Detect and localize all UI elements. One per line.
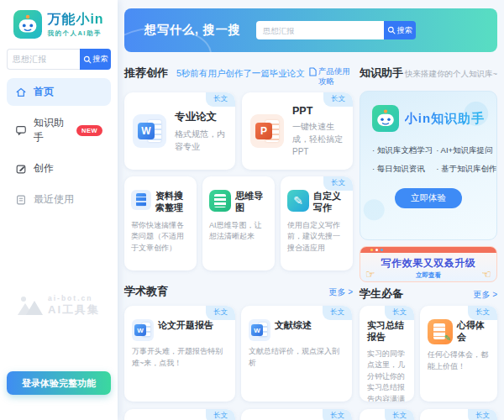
- doc-search-icon: [131, 190, 151, 210]
- card-professional-paper[interactable]: 长文 W 专业论文 格式规范，内容专业: [124, 92, 235, 170]
- long-form-badge: 长文: [323, 92, 353, 107]
- academic-more-link[interactable]: 更多 >: [328, 286, 353, 298]
- banner-search-button[interactable]: 搜索: [384, 21, 416, 39]
- card-title: 论文开题报告: [158, 319, 213, 331]
- recommend-title: 推荐创作: [124, 66, 168, 81]
- app-subtitle: 我的个人AI助手: [47, 29, 103, 38]
- watermark-logo-icon: [18, 297, 43, 315]
- knowledge-section-title: 知识助手: [360, 66, 403, 81]
- card-title: 实习总结报告: [367, 319, 407, 344]
- card-title: 心得体会: [457, 319, 490, 344]
- knowledge-column: 知识助手 快来搭建你的个人知识库~: [360, 66, 497, 420]
- sidebar-search-label: 搜索: [93, 54, 108, 65]
- card-desc: 任何心得体会，都能上价值！: [428, 349, 490, 372]
- long-form-badge: 长文: [323, 306, 352, 320]
- long-form-badge: 长文: [468, 409, 497, 420]
- long-form-badge: 长文: [323, 409, 352, 420]
- app-title: 万能小in: [47, 11, 103, 29]
- long-form-badge: 长文: [206, 92, 235, 107]
- card-desc: 帮你快速搞懂各类问题（不适用于文章创作）: [131, 220, 190, 255]
- ppt-icon: P: [250, 114, 284, 148]
- card-reflections[interactable]: 长文 ✎ 心得体会 任何心得体会，都能上价值！: [420, 306, 497, 402]
- card-literature-review[interactable]: 长文 W 文献综述 文献总结评价，观点深入剖析: [241, 306, 352, 402]
- sidebar: 万能小in 我的个人AI助手 搜索 首页: [0, 0, 118, 420]
- long-form-badge: 长文: [323, 176, 353, 191]
- sidebar-item-label: 首页: [34, 85, 54, 99]
- card-desc: AI思维导图，让想法清晰起来: [209, 220, 268, 243]
- sidebar-item-create[interactable]: 创作: [7, 155, 111, 182]
- card-desc: 万事开头难，开题报告特别难~来，点我！: [132, 346, 228, 369]
- promo-subtitle: 立即查看: [360, 271, 496, 280]
- promo-title: 写作效果又双叒升级: [360, 256, 496, 270]
- knowledge-feature: · 基于知识库创作: [436, 164, 496, 175]
- sidebar-item-label: 知识助手: [34, 116, 70, 144]
- card-material-search[interactable]: 资料搜索整理 帮你快速搞懂各类问题（不适用于文章创作）: [124, 176, 197, 270]
- card-title: 专业论文: [175, 110, 227, 124]
- card-partial[interactable]: 长文: [360, 409, 414, 420]
- card-desc: 实习的同学点这里，几分钟让你的实习总结报告内容满满: [367, 349, 407, 402]
- card-mindmap[interactable]: 思维导图 AI思维导图，让想法清晰起来: [202, 176, 275, 270]
- sidebar-item-label: 最近使用: [34, 192, 74, 207]
- activity-ticker: 5秒前有用户创作了一篇毕业论文: [176, 68, 305, 80]
- app-window: 万能小in 我的个人AI助手 搜索 首页: [0, 0, 504, 420]
- banner-search-input[interactable]: [256, 21, 384, 39]
- banner-title: 想写什么, 搜一搜: [144, 23, 241, 38]
- guide-doc-icon: [309, 67, 317, 76]
- sidebar-item-home[interactable]: 首页: [7, 78, 111, 106]
- knowledge-feature: · AI+知识库提问: [436, 145, 496, 156]
- watermark-line2: AI工具集: [48, 302, 100, 318]
- long-form-badge: 长文: [206, 306, 235, 320]
- card-title: 思维导图: [235, 190, 268, 214]
- main-area: 想写什么, 搜一搜 搜索 推荐创作 5秒前有用户创作了一篇毕业论文: [118, 0, 504, 420]
- card-thesis-proposal[interactable]: 长文 W 论文开题报告 万事开头难，开题报告特别难~来，点我！: [124, 306, 235, 402]
- sidebar-item-knowledge[interactable]: 知识助手 NEW: [7, 109, 111, 151]
- card-partial[interactable]: 长文: [124, 409, 235, 420]
- word-doc-icon: W: [249, 319, 270, 341]
- card-ppt[interactable]: 长文 P PPT 一键快速生成，轻松搞定PPT: [242, 92, 353, 170]
- chat-icon: [15, 124, 27, 136]
- pointing-hand-icon: ☜: [481, 268, 491, 281]
- card-internship-report[interactable]: 长文 实习总结报告 实习的同学点这里，几分钟让你的实习总结报告内容满满: [360, 306, 414, 402]
- app-logo: 万能小in 我的个人AI助手: [7, 7, 111, 45]
- card-title: 自定义写作: [313, 190, 346, 214]
- card-desc: 文献总结评价，观点深入剖析: [249, 346, 344, 369]
- card-partial[interactable]: 长文: [420, 409, 497, 420]
- home-icon: [15, 87, 27, 98]
- pencil-icon: ✎: [287, 190, 309, 212]
- robot-logo-icon: [372, 105, 399, 132]
- student-more-link[interactable]: 更多 >: [473, 289, 497, 301]
- sidebar-item-label: 创作: [34, 161, 54, 176]
- academic-section-title: 学术教育: [124, 284, 168, 299]
- hero-banner: 想写什么, 搜一搜 搜索: [124, 8, 497, 52]
- watermark-line1: ai-bot.cn: [48, 294, 100, 302]
- banner-search-label: 搜索: [397, 25, 412, 36]
- sidebar-search-button[interactable]: 搜索: [80, 49, 111, 70]
- note-pen-icon: ✎: [428, 319, 453, 344]
- card-title: 文献综述: [275, 319, 312, 331]
- promo-decoration: [375, 249, 378, 251]
- knowledge-assistant-card[interactable]: 小in知识助手 · 知识库文档学习 · AI+知识库提问 · 每日知识资讯 · …: [360, 91, 497, 240]
- recommend-column: 推荐创作 5秒前有用户创作了一篇毕业论文 产品使用攻略 长文 W: [124, 66, 353, 420]
- long-form-badge: 长文: [206, 409, 235, 420]
- login-button[interactable]: 登录体验完整功能: [7, 371, 111, 395]
- product-guide-link[interactable]: 产品使用攻略: [309, 66, 353, 87]
- robot-logo-icon: [13, 10, 42, 39]
- card-desc: 一键快速生成，轻松搞定PPT: [292, 120, 344, 158]
- card-desc: 使用自定义写作前，建议先搜一搜合适应用: [287, 220, 346, 255]
- new-badge: NEW: [76, 125, 102, 136]
- promo-banner[interactable]: 写作效果又双叒升级 立即查看 ☞ ☜: [360, 246, 497, 282]
- search-icon: [387, 26, 396, 34]
- card-partial[interactable]: 长文: [241, 409, 352, 420]
- word-doc-icon: W: [132, 319, 154, 341]
- sidebar-search-input[interactable]: [7, 49, 80, 70]
- card-custom-writing[interactable]: 长文 ✎ 自定义写作 使用自定义写作前，建议先搜一搜合适应用: [281, 176, 353, 270]
- mindmap-icon: [209, 190, 231, 212]
- long-form-badge: 长文: [385, 306, 414, 320]
- try-now-button[interactable]: 立即体验: [395, 188, 462, 208]
- pointing-hand-icon: ☞: [365, 268, 375, 281]
- word-doc-icon: W: [133, 114, 166, 148]
- edit-icon: [15, 163, 27, 175]
- card-desc: 格式规范，内容专业: [175, 128, 227, 153]
- sidebar-item-recent[interactable]: 最近使用: [7, 186, 111, 213]
- sidebar-menu: 首页 知识助手 NEW 创作: [7, 78, 111, 213]
